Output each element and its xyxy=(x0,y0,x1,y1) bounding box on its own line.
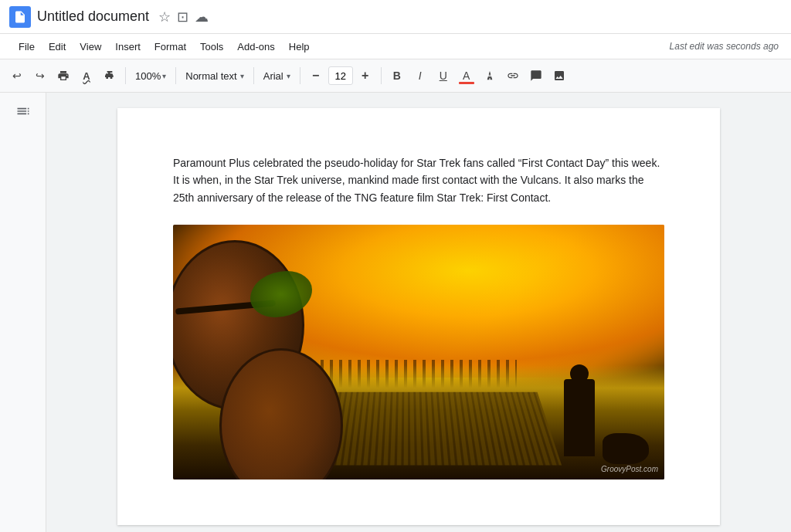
figure-body xyxy=(564,379,595,456)
link-button[interactable] xyxy=(502,65,524,86)
separator-5 xyxy=(381,67,382,84)
comment-button[interactable] xyxy=(525,65,547,86)
font-size-input[interactable] xyxy=(328,66,353,85)
menu-insert[interactable]: Insert xyxy=(109,38,147,56)
menu-format[interactable]: Format xyxy=(148,38,192,56)
folder-icon[interactable]: ⊡ xyxy=(177,8,188,25)
cloud-icon[interactable]: ☁ xyxy=(195,8,209,25)
menu-edit[interactable]: Edit xyxy=(42,38,72,56)
menu-addons[interactable]: Add-ons xyxy=(231,38,280,56)
doc-title[interactable]: Untitled document xyxy=(37,8,149,25)
font-size-increase-button[interactable]: + xyxy=(355,65,376,86)
zoom-dropdown[interactable]: 100% ▾ xyxy=(131,65,171,86)
font-color-indicator xyxy=(459,82,474,84)
underline-button[interactable]: U xyxy=(433,65,454,86)
star-icon[interactable]: ☆ xyxy=(158,8,171,25)
image-watermark: GroovyPost.com xyxy=(601,465,658,473)
separator-1 xyxy=(125,67,126,84)
menu-bar: File Edit View Insert Format Tools Add-o… xyxy=(0,34,791,59)
font-size-decrease-button[interactable]: − xyxy=(305,65,327,86)
text-style-dropdown[interactable]: Normal text ▾ xyxy=(181,65,248,86)
highlight-button[interactable] xyxy=(479,65,501,86)
last-edit-status: Last edit was seconds ago xyxy=(670,41,779,52)
doc-body-text[interactable]: Paramount Plus celebrated the pseudo-hol… xyxy=(173,154,664,206)
left-sidebar xyxy=(0,93,46,532)
doc-image[interactable]: GroovyPost.com xyxy=(173,225,664,479)
undo-button[interactable]: ↩ xyxy=(6,65,28,86)
bold-button[interactable]: B xyxy=(386,65,408,86)
font-dropdown[interactable]: Arial ▾ xyxy=(259,65,295,86)
separator-4 xyxy=(300,67,300,84)
doc-area[interactable]: Paramount Plus celebrated the pseudo-hol… xyxy=(46,93,791,532)
separator-3 xyxy=(253,67,254,84)
menu-view[interactable]: View xyxy=(73,38,107,56)
dog xyxy=(603,433,649,464)
title-bar: Untitled document ☆ ⊡ ☁ xyxy=(0,0,791,34)
title-icons: ☆ ⊡ ☁ xyxy=(158,8,209,25)
image-button[interactable] xyxy=(548,65,570,86)
paint-format-button[interactable] xyxy=(99,65,121,86)
menu-help[interactable]: Help xyxy=(283,38,316,56)
separator-2 xyxy=(175,67,176,84)
toolbar: ↩ ↪ A 100% ▾ Normal text ▾ Arial ▾ − + B… xyxy=(0,59,791,93)
outline-icon[interactable] xyxy=(14,102,32,120)
print-button[interactable] xyxy=(53,65,74,86)
menu-tools[interactable]: Tools xyxy=(194,38,229,56)
main-layout: Paramount Plus celebrated the pseudo-hol… xyxy=(0,93,791,532)
font-size-group: − + xyxy=(305,65,376,86)
font-color-button[interactable]: A xyxy=(456,65,477,86)
doc-page: Paramount Plus celebrated the pseudo-hol… xyxy=(117,108,720,525)
app-icon xyxy=(9,6,31,28)
italic-button[interactable]: I xyxy=(409,65,431,86)
menu-file[interactable]: File xyxy=(12,38,41,56)
figure xyxy=(556,348,603,456)
redo-button[interactable]: ↪ xyxy=(29,65,51,86)
spellcheck-button[interactable]: A xyxy=(76,65,97,86)
